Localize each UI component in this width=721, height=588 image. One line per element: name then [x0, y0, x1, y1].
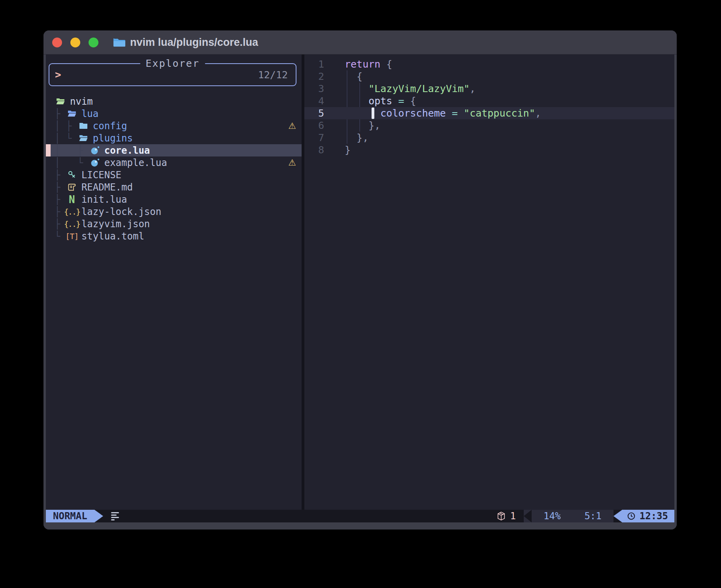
- folder-open-root-icon: [55, 96, 66, 107]
- key-icon: [66, 170, 78, 181]
- file-tree: nvim├ lua│ ├ config⚠│ └ plugins│ ├ core.…: [46, 95, 302, 242]
- cursor-position: 5:1: [572, 511, 613, 522]
- tree-connector: │ ├: [55, 121, 77, 132]
- buffer-counter: 1: [497, 510, 524, 522]
- line-number: 8: [304, 144, 324, 156]
- nvim-window: nvim lua/plugins/core.lua Explorer > 12/…: [43, 30, 677, 530]
- segment-arrow: [524, 510, 532, 522]
- tree-item-label: plugins: [93, 133, 133, 144]
- tree-item-example.lua[interactable]: │ └ example.lua⚠: [46, 156, 302, 169]
- tree-item-label: stylua.toml: [81, 231, 144, 242]
- tree-connector: ├: [55, 108, 66, 119]
- tree-item-lua[interactable]: ├ lua: [46, 107, 302, 120]
- package-icon: [497, 511, 506, 521]
- main-content: Explorer > 12/12 nvim├ lua│ ├ config⚠│ └…: [46, 55, 674, 510]
- braces-icon: {..}: [66, 206, 78, 217]
- tree-connector: │ ├: [55, 145, 89, 156]
- code-text: {: [345, 71, 362, 82]
- line-number: 2: [304, 71, 324, 82]
- prompt-caret: >: [55, 69, 61, 81]
- time-segment-arrow: [613, 510, 622, 522]
- titlebar: nvim lua/plugins/core.lua: [43, 30, 677, 55]
- line-number: 3: [304, 83, 324, 94]
- line-number: 7: [304, 132, 324, 143]
- tree-item-label: LICENSE: [81, 170, 121, 181]
- neovim-icon: N: [66, 194, 78, 205]
- tree-item-core.lua[interactable]: │ ├ core.lua: [46, 144, 302, 156]
- explorer-title: Explorer: [140, 58, 205, 69]
- minimize-window-button[interactable]: [70, 38, 80, 47]
- lines-icon: [111, 510, 119, 522]
- time-segment: 12:35: [622, 510, 674, 522]
- line-number: 6: [304, 120, 324, 131]
- tree-item-nvim[interactable]: nvim: [46, 95, 302, 107]
- braces-icon: {..}: [66, 219, 78, 230]
- code-text: "LazyVim/LazyVim",: [345, 83, 476, 94]
- warning-icon: ⚠: [288, 121, 296, 131]
- tree-item-init.lua[interactable]: ├ Ninit.lua: [46, 193, 302, 205]
- clock-icon: [627, 512, 636, 520]
- text-cursor: [372, 107, 374, 119]
- tree-item-label: README.md: [81, 182, 133, 193]
- code-text: return {: [345, 58, 392, 70]
- tree-item-README.md[interactable]: ├ README.md: [46, 181, 302, 193]
- explorer-item-count: 12/12: [258, 69, 288, 81]
- tree-item-stylua.toml[interactable]: └ [T]stylua.toml: [46, 230, 302, 242]
- tree-connector: │ └: [55, 133, 77, 144]
- tree-item-LICENSE[interactable]: ├ LICENSE: [46, 169, 302, 181]
- traffic-lights: [52, 38, 98, 47]
- scroll-position-segment: 14% 5:1: [524, 510, 613, 522]
- statusline-right: 1 14% 5:1 12:35: [497, 510, 674, 522]
- editor-pane[interactable]: 1return {2 {3 "LazyVim/LazyVim",4 opts =…: [304, 55, 674, 510]
- code-text: },: [345, 120, 380, 131]
- statusline: NORMAL 1 14% 5:1 12:35: [46, 510, 674, 522]
- folder-open-sky-icon: [77, 133, 89, 144]
- tree-item-label: example.lua: [104, 157, 167, 168]
- buffer-count: 1: [510, 511, 516, 522]
- code-line-1[interactable]: 1return {: [304, 58, 674, 70]
- mode-segment-arrow: [94, 510, 103, 522]
- window-title: nvim lua/plugins/core.lua: [130, 36, 258, 49]
- tree-item-label: nvim: [70, 96, 93, 107]
- code-line-5[interactable]: 5 colorscheme = "catppuccin",: [304, 107, 674, 119]
- lua-file-icon: [89, 145, 101, 156]
- folder-icon: [113, 38, 125, 47]
- tree-item-label: lazyvim.json: [81, 219, 150, 230]
- code-text: },: [345, 132, 368, 143]
- tree-item-label: core.lua: [104, 145, 150, 156]
- line-number: 1: [304, 58, 324, 70]
- lua-file-icon: [89, 157, 101, 168]
- code-line-8[interactable]: 8}: [304, 144, 674, 156]
- scroll-percent: 14%: [532, 511, 572, 522]
- code-line-6[interactable]: 6 },: [304, 119, 674, 132]
- explorer-pane: Explorer > 12/12 nvim├ lua│ ├ config⚠│ └…: [46, 55, 302, 510]
- tree-item-lazy-lock.json[interactable]: ├ {..}lazy-lock.json: [46, 205, 302, 218]
- zoom-window-button[interactable]: [89, 38, 98, 47]
- tree-item-label: config: [93, 121, 127, 132]
- tree-connector: ├: [55, 194, 66, 205]
- code-line-3[interactable]: 3 "LazyVim/LazyVim",: [304, 83, 674, 95]
- tree-item-plugins[interactable]: │ └ plugins: [46, 132, 302, 144]
- window-bottom-frame: [43, 522, 677, 530]
- folder-closed-sky-icon: [77, 121, 89, 132]
- mode-indicator: NORMAL: [46, 510, 94, 522]
- code-line-2[interactable]: 2 {: [304, 70, 674, 83]
- tree-item-label: lazy-lock.json: [81, 206, 161, 217]
- scroll-icon: [66, 182, 78, 193]
- code-text: opts = {: [345, 95, 416, 107]
- tree-connector: │ └: [55, 157, 89, 168]
- close-window-button[interactable]: [52, 38, 62, 47]
- line-number: 5: [304, 107, 324, 119]
- line-number: 4: [304, 95, 324, 107]
- code-line-4[interactable]: 4 opts = {: [304, 95, 674, 107]
- pane-separator[interactable]: [302, 55, 304, 510]
- tree-item-lazyvim.json[interactable]: ├ {..}lazyvim.json: [46, 218, 302, 230]
- tree-connector: ├: [55, 170, 66, 181]
- code-text: }: [345, 144, 351, 156]
- code-line-7[interactable]: 7 },: [304, 132, 674, 144]
- window-title-area: nvim lua/plugins/core.lua: [113, 36, 258, 49]
- tree-item-label: init.lua: [81, 194, 127, 205]
- tree-item-config[interactable]: │ ├ config⚠: [46, 120, 302, 132]
- folder-open-blue-icon: [66, 108, 78, 119]
- explorer-search-box[interactable]: Explorer > 12/12: [49, 63, 296, 86]
